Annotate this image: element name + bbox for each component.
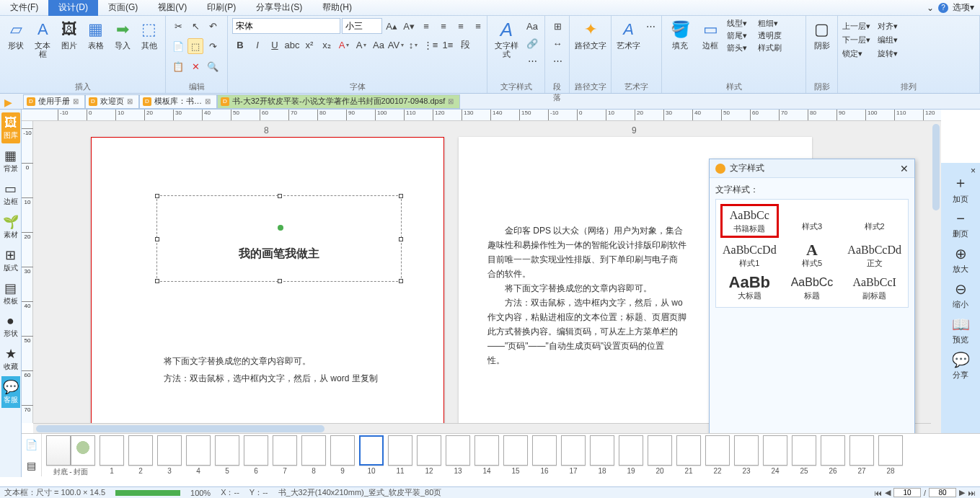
thumb-item[interactable]: 25 — [792, 435, 816, 475]
other-button[interactable]: ⬚其他 — [137, 18, 161, 50]
thumb-item[interactable]: 10 — [359, 435, 384, 475]
style-cell[interactable]: AaBbCc标题 — [783, 273, 842, 303]
style-cell[interactable]: AaBbCcDd正文 — [845, 241, 904, 270]
super-icon[interactable]: x² — [301, 37, 317, 53]
format-painter-button[interactable]: 样式刷 — [758, 43, 782, 53]
send-backward-button[interactable]: 下一层▾ — [842, 35, 870, 45]
textstyle-sm1-icon[interactable]: Aa — [524, 18, 540, 34]
sidebar-shape[interactable]: ●形状 — [1, 311, 20, 342]
arrow-head-dd[interactable]: 箭头▾ — [727, 43, 747, 53]
thumb-tab-pages[interactable]: 📄 — [22, 434, 41, 455]
art-text-button[interactable]: A艺术字 — [616, 18, 641, 50]
bring-forward-button[interactable]: 上一层▾ — [842, 21, 870, 32]
thumb-item[interactable]: 封底 - 封面 — [46, 435, 95, 476]
thumb-item[interactable]: 18 — [590, 435, 614, 475]
thumb-item[interactable]: 26 — [821, 435, 845, 475]
thumb-item[interactable]: 9 — [330, 435, 355, 475]
find-icon[interactable]: 🔍 — [205, 58, 221, 74]
thumb-item[interactable]: 13 — [446, 435, 470, 475]
resize-handle[interactable] — [399, 237, 403, 241]
last-page-icon[interactable]: ⏭ — [968, 489, 976, 497]
align-left-icon[interactable]: ≡ — [418, 18, 434, 34]
zoom-out-button[interactable]: ⊖缩小 — [953, 280, 968, 310]
menu-view[interactable]: 视图(V) — [148, 0, 197, 16]
resize-handle[interactable] — [399, 279, 403, 283]
sub-icon[interactable]: x₂ — [319, 37, 335, 53]
art-sm-icon[interactable]: ⋯ — [644, 18, 657, 34]
thumb-item[interactable]: 6 — [244, 435, 268, 475]
style-cell[interactable]: AaBbCcDd样式1 — [720, 241, 779, 270]
thumb-item[interactable]: 24 — [763, 435, 787, 475]
style-cell[interactable]: 样式2 — [845, 204, 904, 238]
fill-button[interactable]: 🪣填充 — [666, 18, 694, 50]
thumb-tab-master[interactable]: ▤ — [22, 455, 41, 477]
menu-page[interactable]: 页面(G) — [98, 0, 148, 16]
text-style-panel[interactable]: 文字样式✕ 文字样式： AaBbCc书籍标题样式3样式2AaBbCcDd样式1A… — [709, 159, 915, 461]
sidebar-service[interactable]: 💬客服 — [1, 376, 20, 408]
textstyle-sm2-icon[interactable]: 🔗 — [524, 35, 540, 51]
resize-handle[interactable] — [399, 194, 403, 198]
para-sm2-icon[interactable]: ↔ — [549, 35, 565, 51]
preview-button[interactable]: 📖预览 — [952, 316, 970, 345]
thumb-item[interactable]: 17 — [561, 435, 586, 475]
resize-handle[interactable] — [155, 194, 159, 198]
shadow-button[interactable]: ▢阴影 — [811, 18, 833, 50]
thumb-item[interactable]: 19 — [619, 435, 643, 475]
doc-tab-1[interactable]: D欢迎页⊠ — [85, 94, 139, 109]
sidebar-material[interactable]: 🌱素材 — [1, 211, 20, 243]
page-left[interactable]: 我的画笔我做主 将下面文字替换成您的文章内容即可。 方法：双击鼠标，选中框内文字… — [91, 137, 444, 423]
doc-tab-2[interactable]: D模板库：书…⊠ — [139, 94, 217, 109]
sidebar-border[interactable]: ▭边框 — [1, 178, 20, 210]
sidebar-favorite[interactable]: ★收藏 — [1, 343, 20, 375]
thumb-item[interactable]: 4 — [186, 435, 211, 475]
line-spacing-icon[interactable]: ↕ — [405, 37, 421, 53]
grow-font-icon[interactable]: A▴ — [384, 18, 399, 34]
doc-tab-0[interactable]: D使用手册⊠ — [23, 94, 85, 109]
scrollbar-thumb[interactable] — [36, 425, 325, 432]
style-cell[interactable]: AaBb大标题 — [720, 273, 779, 303]
sidebar-layout[interactable]: ⊞版式 — [1, 244, 20, 276]
sidebar-background[interactable]: ▦背景 — [1, 145, 20, 177]
menu-design[interactable]: 设计(D) — [48, 0, 98, 16]
close-icon[interactable]: ✕ — [900, 163, 909, 174]
align-center-icon[interactable]: ≡ — [436, 18, 451, 34]
resize-handle[interactable] — [278, 194, 282, 198]
align-justify-icon[interactable]: ≡ — [470, 18, 486, 34]
numbering-icon[interactable]: 1≡ — [440, 37, 456, 53]
text-style-button[interactable]: A文字样式 — [492, 18, 521, 58]
italic-icon[interactable]: I — [250, 37, 265, 53]
rotate-button[interactable]: 旋转▾ — [878, 48, 898, 59]
del-page-button[interactable]: −删页 — [953, 210, 968, 239]
cut-icon[interactable]: ✂ — [170, 18, 186, 34]
group-button[interactable]: 编组▾ — [878, 35, 898, 45]
import-button[interactable]: ➡导入 — [110, 18, 134, 50]
rotate-handle[interactable] — [278, 225, 283, 231]
bullets-icon[interactable]: ⋮≡ — [423, 37, 438, 53]
close-icon[interactable]: ⊠ — [205, 97, 211, 105]
resize-handle[interactable] — [155, 279, 159, 283]
style-cell[interactable]: AaBbCcI副标题 — [845, 273, 904, 303]
scrollbar-thumb[interactable] — [932, 124, 940, 210]
text-direction-icon[interactable]: 段 — [457, 37, 473, 53]
delete-icon[interactable]: ✕ — [187, 58, 203, 74]
pointer-icon[interactable]: ↖ — [187, 18, 203, 34]
menu-file[interactable]: 文件(F) — [0, 0, 48, 16]
thumb-item[interactable]: 5 — [215, 435, 239, 475]
thumb-item[interactable]: 1 — [100, 435, 124, 475]
line-type-dd[interactable]: 线型▾ — [727, 18, 747, 29]
prev-page-icon[interactable]: ◀ — [885, 488, 891, 497]
thumb-item[interactable]: 14 — [474, 435, 499, 475]
para-sm3-icon[interactable]: ⋯ — [549, 53, 565, 68]
play-icon[interactable]: ▶ — [4, 97, 12, 108]
thumb-item[interactable]: 22 — [705, 435, 730, 475]
select-icon[interactable]: ⬚ — [187, 38, 203, 54]
border-button[interactable]: ▭边框 — [697, 18, 724, 50]
image-button[interactable]: 🖼图片 — [58, 18, 81, 50]
para-sm1-icon[interactable]: ⊞ — [549, 18, 565, 34]
share-button[interactable]: 💬分享 — [952, 351, 970, 381]
opacity-button[interactable]: 透明度 — [758, 30, 782, 41]
align-right-icon[interactable]: ≡ — [453, 18, 469, 34]
font-family-combo[interactable] — [232, 18, 340, 34]
thumb-item[interactable]: 11 — [388, 435, 412, 475]
menu-export[interactable]: 分享导出(S) — [246, 0, 312, 16]
